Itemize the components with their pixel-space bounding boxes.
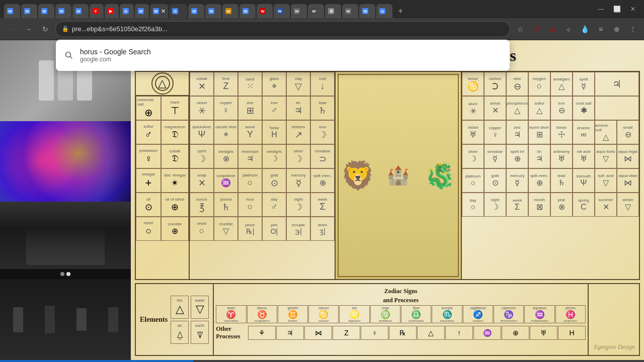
elements-grid: fire △ water ▽ air ⍙ — [171, 296, 209, 344]
tab-22[interactable]: W — [359, 4, 375, 18]
sym-corner-r: ♃ — [595, 72, 639, 96]
tab-2[interactable]: W — [21, 4, 37, 18]
proc-4: Z — [333, 326, 360, 340]
tab-google-active[interactable]: G — [169, 4, 187, 18]
sym-split-mercury: split merc.⊕ — [310, 168, 335, 193]
sym-cinnabar-r: cinnabar☿ — [484, 144, 506, 168]
sym-sulfur-acid-r: sulf. acid▽ — [595, 168, 617, 193]
extension-2[interactable]: 💧 — [578, 22, 592, 36]
tab-14[interactable]: W — [222, 4, 238, 18]
sym-mil-acid: mil acid♅ — [573, 144, 595, 168]
zodiac-section: Zodiac Signs and Processes aries♈calcina… — [214, 284, 589, 355]
extension-3[interactable]: ≡ — [594, 22, 608, 36]
tab-7[interactable]: ▶ — [105, 4, 119, 18]
sym-copper-r: copper♀ — [484, 120, 506, 144]
sym-lead: lead♄ — [310, 96, 335, 120]
elem-earth: earth ⍒ — [191, 321, 209, 344]
tab-20[interactable]: ⚙ — [325, 4, 341, 18]
sym-month-r: month⊠ — [528, 193, 550, 217]
progress-dot-1 — [60, 272, 64, 276]
bottom-section: Elements fire △ water ▽ — [135, 283, 640, 356]
left-panel — [0, 40, 131, 360]
tab-13[interactable]: W — [205, 4, 221, 18]
tab-3[interactable]: W — [38, 4, 54, 18]
elements-section: Elements fire △ water ▽ — [136, 284, 214, 355]
autocomplete-item-main[interactable]: horus - Google Search google.com — [56, 44, 510, 67]
minimize-button[interactable]: — — [594, 2, 608, 16]
sym-embers: embers↗ — [286, 120, 310, 144]
sym-scruple2: scruple℈| — [286, 217, 310, 241]
tab-4[interactable]: W — [55, 4, 71, 18]
extension-5[interactable]: ⋮ — [626, 22, 640, 36]
zodiac-titles: Zodiac Signs and Processes — [216, 286, 586, 304]
alert-icon[interactable]: ⚠ — [545, 22, 559, 36]
shield-icon[interactable]: 🛡 — [529, 22, 543, 36]
thumbnail-3[interactable] — [0, 202, 131, 269]
extension-1[interactable]: ⟐ — [561, 22, 576, 36]
tab-8[interactable]: G — [120, 4, 134, 18]
tab-10-close[interactable]: W ✕ — [150, 4, 168, 18]
sym-tin: tin♃ — [286, 96, 310, 120]
tab-12[interactable]: W — [188, 4, 204, 18]
close-window-button[interactable]: ✕ — [626, 2, 640, 16]
sym-cobalt: cobalt 𝔇 — [161, 144, 189, 168]
sym-corner-r2 — [595, 96, 639, 120]
back-button[interactable]: ← — [4, 22, 18, 36]
sym-night-r: night☽ — [484, 193, 506, 217]
extension-4[interactable]: ⊕ — [610, 22, 624, 36]
forward-button[interactable]: → — [21, 22, 35, 36]
tab-16[interactable]: W — [257, 4, 273, 18]
sym-retort: retort ○ — [136, 217, 161, 241]
autocomplete-subtitle: google.com — [80, 56, 151, 63]
sym-day-r: day○ — [462, 193, 484, 217]
elem-fire: fire △ — [171, 296, 189, 319]
svg-line-1 — [70, 56, 72, 58]
tab-18[interactable]: W — [291, 4, 307, 18]
tab-17[interactable]: W — [274, 4, 290, 18]
sym-clay: clay▽ — [286, 72, 310, 96]
tab-21[interactable]: W — [342, 4, 358, 18]
tab-19[interactable]: W — [308, 4, 324, 18]
sym-zinc-r: zinc♃ — [506, 120, 528, 144]
tab-1[interactable]: W — [4, 4, 20, 18]
browser-body: The Alchemical Table of Symbols △ — [0, 40, 644, 360]
tab-5[interactable]: W — [72, 4, 89, 18]
sym-caustic: caustic lime⌖ — [214, 120, 238, 144]
maximize-button[interactable]: ⬜ — [610, 2, 624, 16]
alchemical-table: The Alchemical Table of Symbols △ — [131, 40, 644, 360]
sym-spirit: spirit☽ — [190, 144, 214, 168]
tab-6[interactable]: Y — [90, 4, 104, 18]
sym-borax-r: borax♋ — [462, 72, 484, 96]
elem-water: water ▽ — [191, 296, 209, 319]
proc-1: ⚘ — [248, 326, 276, 340]
lion-figure: 🦁 — [341, 159, 375, 192]
bookmark-button[interactable]: ☆ — [513, 22, 527, 36]
sym-hour: hour○ — [238, 193, 262, 217]
sym-bismuth-r: bismuthΨ — [573, 168, 595, 193]
sym-nickel-r: nickel♅ — [462, 120, 484, 144]
zodiac-scorpio: scorpio♏separation — [432, 305, 462, 323]
sym-wood: woodY — [238, 120, 262, 144]
sym-verdigris2: verdigris☽ — [262, 144, 286, 168]
tab-23[interactable]: G — [376, 4, 392, 18]
new-tab-button[interactable]: + — [393, 4, 408, 18]
autocomplete-dropdown[interactable]: horus - Google Search google.com — [56, 40, 510, 71]
zodiac-capricorn: capricorn♑fermentation — [494, 305, 524, 323]
tab-15[interactable]: W — [239, 4, 256, 18]
thumbnail-2[interactable] — [0, 121, 131, 202]
sym-silver-r: silver☽ — [462, 144, 484, 168]
heraldic-center: 🦁 🏰 🐉 — [336, 72, 462, 279]
sym-nickel: nickel⚹ — [190, 96, 214, 120]
thumbnail-4[interactable] — [0, 279, 131, 360]
address-bar[interactable]: 🔒 pre...ebp&s=6e51050e2f26a3b... horus -… — [55, 21, 510, 37]
sym-magnesium: magnesium 𝔇 — [161, 120, 189, 144]
proc-12: H — [558, 326, 586, 340]
sym-zinc: zinc⊞ — [238, 96, 262, 120]
sym-sulfur: sulfur ♂ — [136, 120, 161, 144]
sym-smalt: smalt⊖ — [617, 120, 639, 144]
sym-aqua-regia: aqua regia⋈ — [617, 144, 639, 168]
refresh-button[interactable]: ↻ — [38, 22, 52, 36]
sym-winter-r: winter▽ — [617, 193, 639, 217]
sym-oxygen-r: oxygen○ — [528, 72, 550, 96]
tab-9[interactable]: W — [135, 4, 149, 18]
